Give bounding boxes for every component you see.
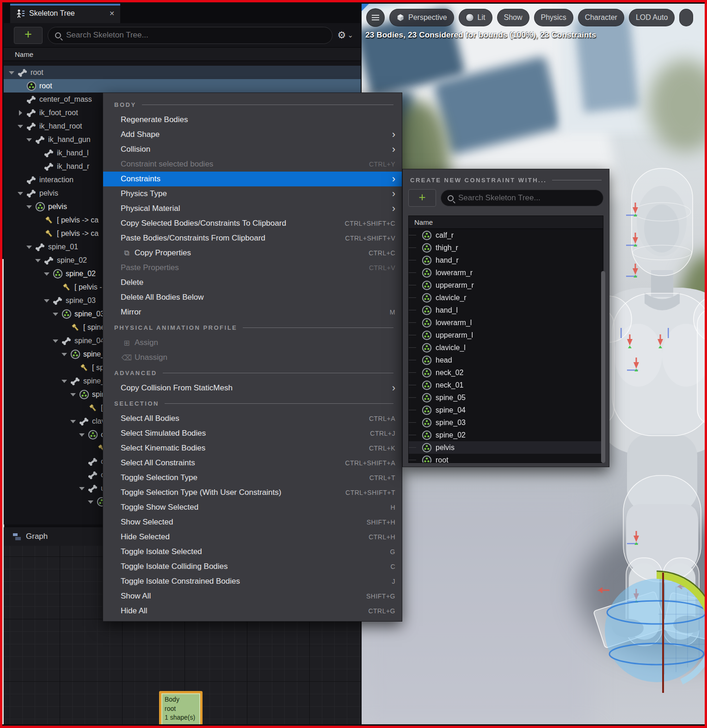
lod-auto-button[interactable]: LOD Auto (629, 9, 675, 26)
expander-icon[interactable] (35, 257, 41, 263)
viewport-menu-button[interactable] (366, 8, 385, 27)
constraint-target-row[interactable]: root (409, 454, 603, 463)
menu-item[interactable]: Paste Properties CTRL+V (103, 260, 402, 275)
menu-item[interactable]: Toggle Selection Type CTRL+T (103, 470, 402, 485)
expander-icon[interactable] (17, 96, 23, 102)
expander-icon[interactable] (96, 512, 102, 518)
menu-item[interactable]: Physics Type (103, 186, 402, 201)
expander-icon[interactable] (26, 136, 32, 142)
menu-item[interactable]: Toggle Selection Type (With User Constra… (103, 485, 402, 500)
tree-row[interactable]: root (4, 79, 361, 93)
menu-item[interactable]: Collision (103, 142, 402, 157)
character-button[interactable]: Character (578, 9, 624, 26)
rotation-gizmo[interactable] (605, 571, 705, 693)
toolbar-button-partial[interactable] (679, 9, 693, 26)
constraint-target-row[interactable]: spine_03 (409, 416, 603, 429)
constraint-target-row[interactable]: calf_r (409, 229, 603, 241)
constraint-target-row[interactable]: lowerarm_r (409, 266, 603, 279)
expander-icon[interactable] (79, 485, 85, 491)
menu-item[interactable]: Regenerate Bodies (103, 112, 402, 127)
menu-item[interactable]: Toggle Isolate Colliding Bodies C (103, 559, 402, 574)
expander-icon[interactable] (52, 338, 58, 344)
expander-icon[interactable] (26, 244, 32, 250)
constraint-target-row[interactable]: hand_l (409, 304, 603, 316)
close-icon[interactable] (109, 10, 115, 17)
constraint-target-row[interactable]: spine_04 (409, 404, 603, 416)
menu-item[interactable]: Toggle Show Selected H (103, 500, 402, 515)
lit-button[interactable]: Lit (459, 9, 492, 26)
expander-icon[interactable] (52, 284, 58, 290)
expander-icon[interactable] (70, 364, 76, 370)
expander-icon[interactable] (17, 83, 23, 89)
menu-item[interactable]: Toggle Isolate Selected G (103, 544, 402, 559)
menu-item[interactable]: Unassign (103, 350, 402, 365)
expander-icon[interactable] (87, 499, 93, 505)
menu-item[interactable]: Select All Constraints CTRL+SHIFT+A (103, 456, 402, 470)
menu-item[interactable]: Constraint selected bodies CTRL+Y (103, 157, 402, 172)
menu-item[interactable]: Copy Collision From StaticMesh (103, 381, 402, 395)
settings-control[interactable] (338, 30, 353, 41)
menu-item[interactable]: Show Selected SHIFT+H (103, 515, 402, 530)
menu-item[interactable]: Constraints (103, 172, 402, 186)
menu-item[interactable]: Show All SHIFT+G (103, 589, 402, 604)
search-input[interactable]: Search Skeleton Tree... (48, 27, 332, 44)
expander-icon[interactable] (43, 297, 49, 303)
show-button[interactable]: Show (497, 9, 529, 26)
menu-item[interactable]: Select All Bodies CTRL+A (103, 411, 402, 426)
menu-item[interactable]: Copy Selected Bodies/Constraints To Clip… (103, 216, 402, 231)
expander-icon[interactable] (61, 378, 67, 384)
menu-item[interactable]: Paste Bodies/Constraints From Clipboard … (103, 231, 402, 246)
menu-item[interactable]: Select Simulated Bodies CTRL+J (103, 426, 402, 441)
constraint-target-row[interactable]: upperarm_r (409, 279, 603, 291)
constraint-target-row[interactable]: spine_05 (409, 391, 603, 404)
menu-item[interactable]: Toggle Isolate Constrained Bodies J (103, 574, 402, 589)
body-graph-node[interactable]: Body root 1 shape(s) (159, 691, 203, 724)
expander-icon[interactable] (70, 391, 76, 397)
add-button[interactable] (14, 27, 43, 44)
tab-skeleton-tree[interactable]: Skeleton Tree (10, 4, 120, 23)
expander-icon[interactable] (79, 472, 85, 478)
expander-icon[interactable] (79, 432, 85, 438)
expander-icon[interactable] (17, 123, 23, 129)
menu-item[interactable]: Copy Properties CTRL+C (103, 246, 402, 260)
perspective-button[interactable]: Perspective (389, 9, 454, 26)
constraint-target-row[interactable]: pelvis (409, 441, 603, 454)
constraint-target-row[interactable]: neck_01 (409, 379, 603, 391)
constraint-target-row[interactable]: neck_02 (409, 366, 603, 379)
expander-icon[interactable] (79, 458, 85, 464)
scrollbar-thumb[interactable] (601, 271, 605, 463)
expander-icon[interactable] (8, 69, 14, 75)
constraint-target-row[interactable]: lowerarm_l (409, 316, 603, 329)
expander-icon[interactable] (79, 405, 85, 411)
menu-item[interactable]: Mirror M (103, 305, 402, 320)
constraint-target-row[interactable]: thigh_r (409, 241, 603, 254)
menu-item[interactable]: Delete (103, 275, 402, 290)
menu-item[interactable]: Add Shape (103, 127, 402, 142)
search-input[interactable]: Search Skeleton Tree... (441, 190, 603, 206)
add-button[interactable] (408, 189, 436, 207)
expander-icon[interactable] (35, 163, 41, 169)
expander-icon[interactable] (35, 230, 41, 236)
constraint-target-row[interactable]: clavicle_l (409, 341, 603, 354)
menu-item[interactable]: Hide All CTRL+G (103, 604, 402, 618)
constraint-target-row[interactable]: spine_02 (409, 429, 603, 441)
menu-item[interactable]: Hide Selected CTRL+H (103, 530, 402, 544)
expander-icon[interactable] (17, 177, 23, 183)
expander-icon[interactable] (17, 190, 23, 196)
expander-icon[interactable] (70, 418, 76, 424)
expander-icon[interactable] (35, 150, 41, 156)
constraint-target-row[interactable]: hand_r (409, 254, 603, 266)
tree-row[interactable]: root (4, 66, 361, 79)
constraint-target-row[interactable]: clavicle_r (409, 291, 603, 304)
expander-icon[interactable] (26, 204, 32, 210)
expander-icon[interactable] (52, 311, 58, 317)
menu-item[interactable]: Physical Material (103, 201, 402, 216)
expander-icon[interactable] (61, 324, 67, 330)
physics-button[interactable]: Physics (534, 9, 573, 26)
expander-icon[interactable] (43, 271, 49, 277)
menu-item[interactable]: Delete All Bodies Below (103, 290, 402, 305)
constraint-target-row[interactable]: head (409, 354, 603, 366)
expander-icon[interactable] (35, 217, 41, 223)
menu-item[interactable]: Assign (103, 335, 402, 350)
expander-icon[interactable] (17, 110, 23, 116)
